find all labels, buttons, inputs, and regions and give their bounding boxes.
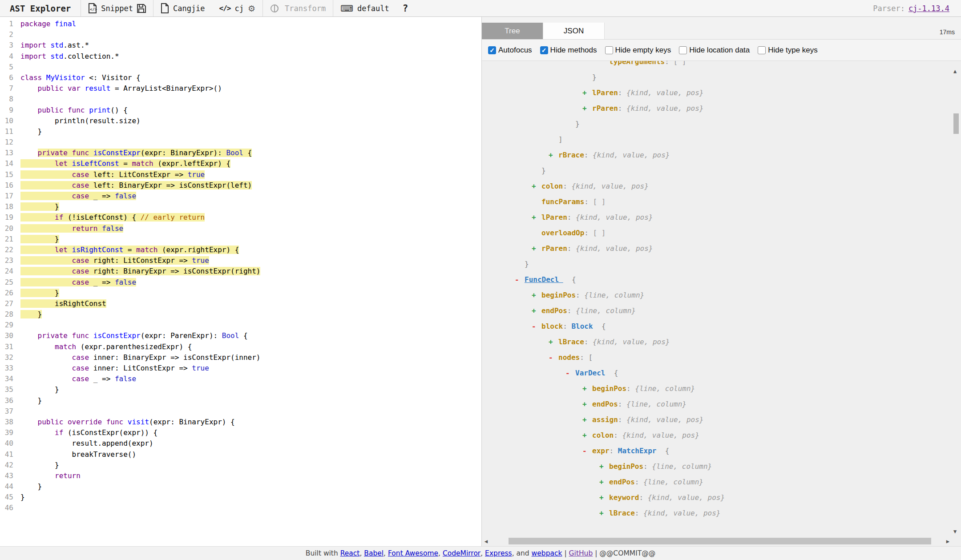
checkbox-icon[interactable] [758,46,766,54]
expand-icon[interactable]: + [532,209,541,225]
open-bracket: { [602,322,606,330]
tree-row[interactable]: +beginPos: {line, column} [482,381,952,396]
scroll-down-icon[interactable]: ▼ [953,528,957,535]
tree-row[interactable]: +rParen: {kind, value, pos} [482,101,952,116]
tree-row[interactable]: +colon: {kind, value, pos} [482,427,952,443]
expand-icon[interactable]: + [532,303,541,318]
collapse-icon[interactable]: - [565,365,575,381]
snippet-button[interactable]: </> Snippet [81,0,153,16]
tree-row[interactable]: ] [482,132,952,147]
footer-link-react[interactable]: React [340,549,360,557]
tab-json[interactable]: JSON [543,23,605,39]
tree-row[interactable]: +rParen: {kind, value, pos} [482,241,952,256]
scroll-right-icon[interactable]: ▶ [946,538,949,544]
footer-link-webpack[interactable]: webpack [532,549,562,557]
footer-link-codemirror[interactable]: CodeMirror [443,549,480,557]
footer-link-express[interactable]: Express [485,549,512,557]
keymap-selector[interactable]: ⌨ default [333,0,396,16]
tree-row[interactable]: +endPos: {line, column} [482,396,952,412]
tree-row[interactable]: +beginPos: {line, column} [482,459,952,474]
line-number: 44 [0,481,13,492]
tree-row[interactable]: +assign: {kind, value, pos} [482,412,952,427]
expand-icon[interactable]: + [549,147,558,163]
expand-icon[interactable]: + [582,101,592,116]
scroll-left-icon[interactable]: ◀ [485,538,488,544]
tree-row[interactable]: } [482,256,952,272]
vertical-scrollbar[interactable]: ▲ ▼ [952,61,961,536]
tree-row[interactable]: +lParen: {kind, value, pos} [482,209,952,225]
tree-row[interactable]: -VarDecl { [482,365,952,381]
expand-icon[interactable]: + [549,334,558,350]
expand-icon[interactable]: + [582,412,592,427]
expand-icon[interactable]: + [582,381,592,396]
help-button[interactable]: ? [396,0,415,16]
tree-row[interactable]: } [482,163,952,178]
gear-icon[interactable]: ⚙ [248,4,255,13]
code-line: 33 case inner: LitConstExpr => true [0,363,481,374]
checkbox-icon[interactable]: ✓ [488,46,496,54]
expand-icon[interactable]: + [599,505,609,521]
filter-label: Hide location data [689,46,750,55]
tab-tree[interactable]: Tree [482,23,543,39]
node-key: endPos [609,478,635,486]
tree-row[interactable]: +lParen: {kind, value, pos} [482,85,952,101]
collapse-icon[interactable]: - [582,443,592,459]
node-meta: [ ] [593,229,606,237]
transform-label: Transform [285,4,326,13]
parser-short-button[interactable]: </> cj ⚙ [212,0,262,16]
horizontal-scroll-thumb[interactable] [509,538,931,544]
tree-row[interactable]: +beginPos: {line, column} [482,287,952,303]
code-line: 37 [0,406,481,417]
parser-version-link[interactable]: cj-1.13.4 [909,4,949,13]
tree-row[interactable]: -FuncDecl { [482,272,952,287]
tree-row[interactable]: +lBrace: {kind, value, pos} [482,505,952,521]
horizontal-scrollbar[interactable]: ◀ ▶ [482,536,952,546]
expand-icon[interactable]: + [599,490,609,505]
checkbox-icon[interactable]: ✓ [540,46,548,54]
collapse-icon[interactable]: - [515,272,525,287]
code-editor[interactable]: 1package final23import std.ast.*4import … [0,17,482,546]
tree-row[interactable]: +colon: {kind, value, pos} [482,178,952,194]
expand-icon[interactable]: + [599,474,609,490]
expand-icon[interactable]: + [582,396,592,412]
footer-link-github[interactable]: GitHub [569,549,593,557]
node-meta: {kind, value, pos} [576,213,653,222]
footer-link-babel[interactable]: Babel [364,549,384,557]
code-line: 39 if (isConstExpr(expr)) { [0,427,481,438]
code-line: 34 case _ => false [0,374,481,384]
checkbox-icon[interactable] [679,46,687,54]
collapse-icon[interactable]: - [549,350,558,365]
tree-row[interactable]: funcParams: [ ] [482,194,952,209]
tree-row[interactable]: } [482,69,952,85]
tree-row[interactable]: -block: Block { [482,318,952,334]
transform-toggle[interactable]: Transform [263,0,333,16]
expand-icon[interactable]: + [532,287,541,303]
scroll-up-icon[interactable]: ▲ [953,68,957,74]
tree-row[interactable]: typeArguments: [ ] [482,61,952,69]
tree-row[interactable]: +keyword: {kind, value, pos} [482,490,952,505]
tree-row[interactable]: overloadOp: [ ] [482,225,952,241]
tree-row[interactable]: +endPos: {line, column} [482,474,952,490]
save-icon[interactable] [137,4,146,13]
line-number: 13 [0,148,13,158]
line-number: 35 [0,384,13,395]
footer-link-font-awesome[interactable]: Font Awesome [388,549,438,557]
tree-row[interactable]: -nodes: [ [482,350,952,365]
tree-row[interactable]: } [482,116,952,132]
tree-row[interactable]: +rBrace: {kind, value, pos} [482,147,952,163]
language-button[interactable]: Cangjie [153,0,212,16]
vertical-scroll-thumb[interactable] [953,113,959,134]
code-line: 46 [0,503,481,513]
expand-icon[interactable]: + [532,241,541,256]
tree-row[interactable]: +endPos: {line, column} [482,303,952,318]
collapse-icon[interactable]: - [532,318,541,334]
expand-icon[interactable]: + [582,427,592,443]
open-bracket: { [572,275,576,284]
node-key: nodes [558,353,580,362]
tree-row[interactable]: -expr: MatchExpr { [482,443,952,459]
expand-icon[interactable]: + [599,459,609,474]
expand-icon[interactable]: + [532,178,541,194]
checkbox-icon[interactable] [605,46,613,54]
tree-row[interactable]: +lBrace: {kind, value, pos} [482,334,952,350]
expand-icon[interactable]: + [582,85,592,101]
